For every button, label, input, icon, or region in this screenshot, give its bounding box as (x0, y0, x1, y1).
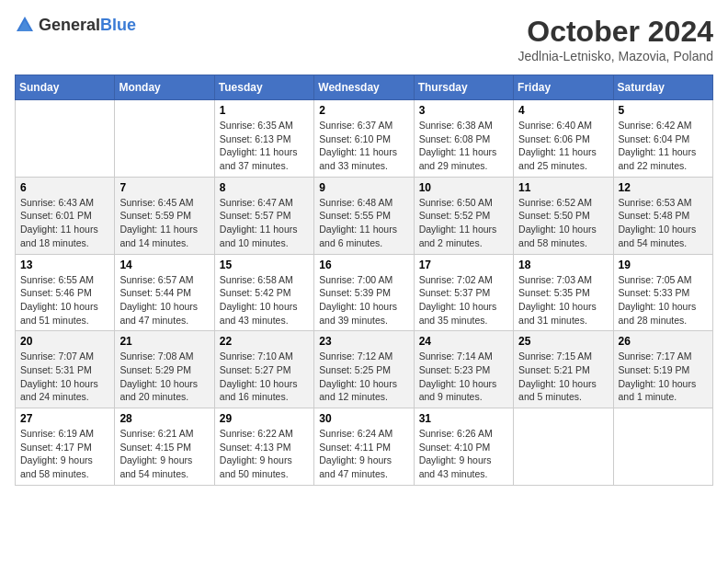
day-info: Sunrise: 7:15 AMSunset: 5:21 PMDaylight:… (518, 350, 608, 404)
logo-text: GeneralBlue (39, 16, 136, 35)
day-number: 3 (419, 104, 508, 117)
day-number: 14 (119, 259, 209, 271)
calendar-cell: 17Sunrise: 7:02 AMSunset: 5:37 PMDayligh… (414, 254, 513, 331)
day-header-wednesday: Wednesday (314, 75, 414, 100)
day-info: Sunrise: 7:03 AMSunset: 5:35 PMDaylight:… (518, 273, 608, 327)
calendar-cell: 31Sunrise: 6:26 AMSunset: 4:10 PMDayligh… (414, 408, 513, 486)
day-number: 19 (619, 259, 708, 271)
calendar-cell: 29Sunrise: 6:22 AMSunset: 4:13 PMDayligh… (214, 408, 313, 486)
calendar-week-row: 1Sunrise: 6:35 AMSunset: 6:13 PMDaylight… (16, 100, 713, 178)
logo-text-blue: Blue (100, 16, 136, 34)
calendar-cell: 20Sunrise: 7:07 AMSunset: 5:31 PMDayligh… (16, 331, 115, 408)
calendar-cell: 7Sunrise: 6:45 AMSunset: 5:59 PMDaylight… (115, 177, 214, 254)
day-number: 29 (220, 412, 309, 425)
day-number: 28 (119, 412, 209, 425)
calendar-cell: 1Sunrise: 6:35 AMSunset: 6:13 PMDaylight… (214, 100, 313, 178)
calendar-cell: 13Sunrise: 6:55 AMSunset: 5:46 PMDayligh… (16, 254, 115, 331)
day-number: 8 (220, 181, 309, 194)
calendar-cell (613, 408, 712, 486)
calendar-cell: 25Sunrise: 7:15 AMSunset: 5:21 PMDayligh… (514, 331, 613, 408)
day-info: Sunrise: 6:53 AMSunset: 5:48 PMDaylight:… (619, 196, 708, 250)
calendar-subtitle: Jedlnia-Letnisko, Mazovia, Poland (518, 49, 713, 63)
calendar-cell (514, 408, 613, 486)
calendar-header-row: SundayMondayTuesdayWednesdayThursdayFrid… (16, 75, 713, 100)
day-info: Sunrise: 6:35 AMSunset: 6:13 PMDaylight:… (220, 119, 309, 173)
day-info: Sunrise: 6:58 AMSunset: 5:42 PMDaylight:… (220, 273, 309, 327)
calendar-cell: 12Sunrise: 6:53 AMSunset: 5:48 PMDayligh… (613, 177, 712, 254)
day-info: Sunrise: 6:22 AMSunset: 4:13 PMDaylight:… (220, 427, 309, 481)
day-info: Sunrise: 6:48 AMSunset: 5:55 PMDaylight:… (319, 196, 408, 250)
day-number: 13 (20, 259, 109, 271)
day-header-monday: Monday (115, 75, 214, 100)
day-info: Sunrise: 6:21 AMSunset: 4:15 PMDaylight:… (119, 427, 209, 481)
day-info: Sunrise: 7:02 AMSunset: 5:37 PMDaylight:… (419, 273, 508, 327)
calendar-cell: 5Sunrise: 6:42 AMSunset: 6:04 PMDaylight… (613, 100, 712, 178)
logo-text-general: General (39, 16, 100, 34)
day-info: Sunrise: 6:55 AMSunset: 5:46 PMDaylight:… (20, 273, 109, 327)
calendar-cell: 27Sunrise: 6:19 AMSunset: 4:17 PMDayligh… (16, 408, 115, 486)
day-number: 4 (518, 104, 608, 117)
day-header-thursday: Thursday (414, 75, 513, 100)
calendar-cell: 26Sunrise: 7:17 AMSunset: 5:19 PMDayligh… (613, 331, 712, 408)
day-info: Sunrise: 7:14 AMSunset: 5:23 PMDaylight:… (419, 350, 508, 404)
calendar-cell: 10Sunrise: 6:50 AMSunset: 5:52 PMDayligh… (414, 177, 513, 254)
calendar-cell: 8Sunrise: 6:47 AMSunset: 5:57 PMDaylight… (214, 177, 313, 254)
calendar-cell: 23Sunrise: 7:12 AMSunset: 5:25 PMDayligh… (314, 331, 414, 408)
day-number: 2 (319, 104, 408, 117)
day-info: Sunrise: 6:57 AMSunset: 5:44 PMDaylight:… (119, 273, 209, 327)
day-number: 9 (319, 181, 408, 194)
day-number: 22 (220, 335, 309, 348)
calendar-cell: 4Sunrise: 6:40 AMSunset: 6:06 PMDaylight… (514, 100, 613, 178)
calendar-week-row: 6Sunrise: 6:43 AMSunset: 6:01 PMDaylight… (16, 177, 713, 254)
calendar-cell: 24Sunrise: 7:14 AMSunset: 5:23 PMDayligh… (414, 331, 513, 408)
day-number: 31 (419, 412, 508, 425)
day-info: Sunrise: 7:00 AMSunset: 5:39 PMDaylight:… (319, 273, 408, 327)
day-info: Sunrise: 6:50 AMSunset: 5:52 PMDaylight:… (419, 196, 508, 250)
day-number: 27 (20, 412, 109, 425)
day-number: 26 (619, 335, 708, 348)
day-header-sunday: Sunday (16, 75, 115, 100)
day-number: 15 (220, 259, 309, 271)
calendar-cell: 21Sunrise: 7:08 AMSunset: 5:29 PMDayligh… (115, 331, 214, 408)
day-number: 25 (518, 335, 608, 348)
day-info: Sunrise: 7:05 AMSunset: 5:33 PMDaylight:… (619, 273, 708, 327)
calendar-cell: 2Sunrise: 6:37 AMSunset: 6:10 PMDaylight… (314, 100, 414, 178)
day-header-saturday: Saturday (613, 75, 712, 100)
calendar-cell: 16Sunrise: 7:00 AMSunset: 5:39 PMDayligh… (314, 254, 414, 331)
calendar-cell: 6Sunrise: 6:43 AMSunset: 6:01 PMDaylight… (16, 177, 115, 254)
calendar-title: October 2024 (518, 15, 713, 49)
day-info: Sunrise: 7:12 AMSunset: 5:25 PMDaylight:… (319, 350, 408, 404)
day-info: Sunrise: 6:52 AMSunset: 5:50 PMDaylight:… (518, 196, 608, 250)
day-info: Sunrise: 6:42 AMSunset: 6:04 PMDaylight:… (619, 119, 708, 173)
day-info: Sunrise: 6:24 AMSunset: 4:11 PMDaylight:… (319, 427, 408, 481)
calendar-cell: 22Sunrise: 7:10 AMSunset: 5:27 PMDayligh… (214, 331, 313, 408)
day-info: Sunrise: 6:40 AMSunset: 6:06 PMDaylight:… (518, 119, 608, 173)
day-info: Sunrise: 6:47 AMSunset: 5:57 PMDaylight:… (220, 196, 309, 250)
day-info: Sunrise: 7:07 AMSunset: 5:31 PMDaylight:… (20, 350, 109, 404)
day-number: 7 (119, 181, 209, 194)
calendar-cell: 18Sunrise: 7:03 AMSunset: 5:35 PMDayligh… (514, 254, 613, 331)
page-header: GeneralBlue October 2024 Jedlnia-Letnisk… (15, 15, 713, 63)
day-number: 16 (319, 259, 408, 271)
calendar-week-row: 27Sunrise: 6:19 AMSunset: 4:17 PMDayligh… (16, 408, 713, 486)
day-number: 5 (619, 104, 708, 117)
day-number: 18 (518, 259, 608, 271)
day-info: Sunrise: 6:19 AMSunset: 4:17 PMDaylight:… (20, 427, 109, 481)
calendar-cell: 28Sunrise: 6:21 AMSunset: 4:15 PMDayligh… (115, 408, 214, 486)
day-info: Sunrise: 7:17 AMSunset: 5:19 PMDaylight:… (619, 350, 708, 404)
day-number: 17 (419, 259, 508, 271)
calendar-week-row: 20Sunrise: 7:07 AMSunset: 5:31 PMDayligh… (16, 331, 713, 408)
day-number: 24 (419, 335, 508, 348)
logo: GeneralBlue (15, 15, 136, 35)
calendar-cell (16, 100, 115, 178)
day-number: 23 (319, 335, 408, 348)
day-info: Sunrise: 6:26 AMSunset: 4:10 PMDaylight:… (419, 427, 508, 481)
calendar-cell: 15Sunrise: 6:58 AMSunset: 5:42 PMDayligh… (214, 254, 313, 331)
day-info: Sunrise: 6:43 AMSunset: 6:01 PMDaylight:… (20, 196, 109, 250)
calendar-cell: 14Sunrise: 6:57 AMSunset: 5:44 PMDayligh… (115, 254, 214, 331)
day-header-friday: Friday (514, 75, 613, 100)
day-number: 10 (419, 181, 508, 194)
day-number: 12 (619, 181, 708, 194)
day-number: 21 (119, 335, 209, 348)
calendar-week-row: 13Sunrise: 6:55 AMSunset: 5:46 PMDayligh… (16, 254, 713, 331)
